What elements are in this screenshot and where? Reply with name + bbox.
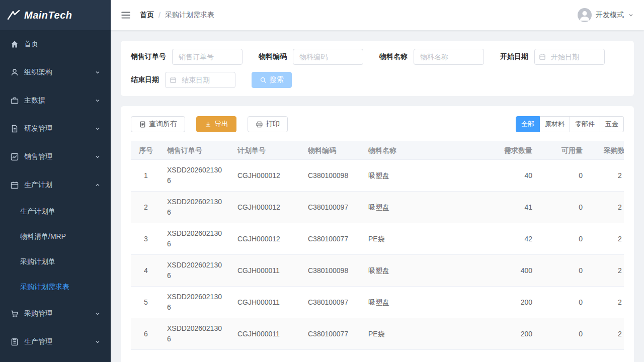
cell-plan-no: CGJH000012 bbox=[231, 160, 302, 192]
cell-material-code: C380100077 bbox=[302, 223, 362, 255]
sidebar-subitem-purchase-demand-table[interactable]: 采购计划需求表 bbox=[0, 275, 111, 300]
table-row[interactable]: 2 XSDD2026021306 CGJH000012 C380100097 吸… bbox=[131, 192, 624, 223]
cell-sales-order: XSDD2026021306 bbox=[161, 318, 231, 350]
cell-plan-no: CGJH000011 bbox=[231, 255, 302, 287]
table-toolbar: 查询所有 导出 打印 bbox=[131, 116, 624, 132]
query-all-label: 查询所有 bbox=[149, 120, 177, 129]
sidebar-item-master-data[interactable]: 主数据 bbox=[0, 86, 111, 115]
tab-parts[interactable]: 零部件 bbox=[570, 116, 600, 132]
cell-seq: 1 bbox=[131, 160, 161, 192]
field-material-code: 物料编码 bbox=[259, 49, 363, 65]
cell-purchase-qty: 2 bbox=[589, 318, 624, 350]
table-row[interactable]: 3 XSDD2026021306 CGJH000012 C380100077 P… bbox=[131, 223, 624, 255]
cell-available-qty: 0 bbox=[538, 192, 589, 223]
sidebar: MainTech 首页 组织架构 主数据 bbox=[0, 0, 111, 362]
material-code-label: 物料编码 bbox=[259, 52, 287, 61]
avatar-icon bbox=[578, 8, 592, 22]
calendar-icon bbox=[10, 180, 19, 190]
sales-order-input[interactable] bbox=[172, 49, 243, 65]
briefcase-icon bbox=[10, 96, 19, 105]
cell-sales-order: XSDD2026021306 bbox=[161, 160, 231, 192]
chevron-down-icon bbox=[95, 69, 101, 75]
sidebar-item-production-mgmt[interactable]: 生产管理 bbox=[0, 328, 111, 356]
cell-sales-order: XSDD2026021306 bbox=[161, 255, 231, 287]
sidebar-item-label: 组织架构 bbox=[24, 68, 52, 77]
cell-material-code: C380100098 bbox=[302, 255, 362, 287]
breadcrumb-home-link[interactable]: 首页 bbox=[140, 11, 154, 20]
query-all-button[interactable]: 查询所有 bbox=[131, 116, 185, 132]
sidebar-item-rnd[interactable]: 研发管理 bbox=[0, 115, 111, 143]
field-end-date: 结束日期 bbox=[131, 72, 235, 88]
search-button-label: 搜索 bbox=[270, 75, 284, 84]
table-body: 1 XSDD2026021306 CGJH000012 C380100098 吸… bbox=[131, 160, 624, 350]
chevron-down-icon bbox=[95, 98, 101, 104]
cart-icon bbox=[10, 309, 19, 318]
start-date-label: 开始日期 bbox=[500, 52, 528, 61]
top-header: 首页 / 采购计划需求表 开发模式 bbox=[111, 0, 644, 30]
start-date-input[interactable] bbox=[534, 49, 605, 65]
tab-hardware[interactable]: 五金 bbox=[600, 116, 624, 132]
cell-sales-order: XSDD2026021306 bbox=[161, 287, 231, 318]
sidebar-item-sales[interactable]: 销售管理 bbox=[0, 143, 111, 171]
column-header-demand-qty: 需求数量 bbox=[488, 141, 538, 160]
cell-available-qty: 0 bbox=[538, 287, 589, 318]
cell-available-qty: 0 bbox=[538, 318, 589, 350]
tab-raw-material[interactable]: 原材料 bbox=[540, 116, 570, 132]
export-button[interactable]: 导出 bbox=[196, 116, 236, 132]
cell-plan-no: CGJH000011 bbox=[231, 287, 302, 318]
sidebar-subitem-purchase-plan-order[interactable]: 采购计划单 bbox=[0, 249, 111, 275]
search-button[interactable]: 搜索 bbox=[252, 72, 292, 88]
sidebar-item-label: 首页 bbox=[24, 40, 38, 49]
cell-seq: 3 bbox=[131, 223, 161, 255]
sidebar-subitem-production-plan-order[interactable]: 生产计划单 bbox=[0, 199, 111, 224]
cell-sales-order: XSDD2026021306 bbox=[161, 192, 231, 223]
column-header-material-code: 物料编码 bbox=[302, 141, 362, 160]
data-table: 序号 销售订单号 计划单号 物料编码 物料名称 需求数量 可用量 采购数量 1 bbox=[131, 141, 624, 350]
chevron-down-icon bbox=[95, 154, 101, 160]
sidebar-item-purchasing[interactable]: 采购管理 bbox=[0, 300, 111, 328]
sidebar-subitem-label: 生产计划单 bbox=[20, 207, 55, 216]
cell-purchase-qty: 2 bbox=[589, 223, 624, 255]
hamburger-icon[interactable] bbox=[121, 10, 131, 20]
cell-material-name: PE袋 bbox=[362, 318, 488, 350]
sidebar-item-home[interactable]: 首页 bbox=[0, 30, 111, 58]
table-header-row: 序号 销售订单号 计划单号 物料编码 物料名称 需求数量 可用量 采购数量 bbox=[131, 141, 624, 160]
user-mode-label: 开发模式 bbox=[596, 11, 624, 20]
main-area: 首页 / 采购计划需求表 开发模式 销售订单号 物料编码 bbox=[111, 0, 644, 362]
cell-material-name: 吸塑盘 bbox=[362, 287, 488, 318]
cell-purchase-qty: 2 bbox=[589, 287, 624, 318]
table-row[interactable]: 4 XSDD2026021306 CGJH000011 C380100098 吸… bbox=[131, 255, 624, 287]
sidebar-subitem-bom-mrp[interactable]: 物料清单/MRP bbox=[0, 224, 111, 249]
table-row[interactable]: 5 XSDD2026021306 CGJH000011 C380100097 吸… bbox=[131, 287, 624, 318]
cell-material-name: PE袋 bbox=[362, 223, 488, 255]
material-code-input[interactable] bbox=[293, 49, 363, 65]
material-name-input[interactable] bbox=[414, 49, 484, 65]
breadcrumb-current: 采购计划需求表 bbox=[165, 11, 214, 20]
download-icon bbox=[204, 121, 212, 128]
sidebar-item-label: 销售管理 bbox=[24, 152, 52, 161]
table-row[interactable]: 6 XSDD2026021306 CGJH000011 C380100077 P… bbox=[131, 318, 624, 350]
end-date-input[interactable] bbox=[165, 72, 235, 88]
print-button[interactable]: 打印 bbox=[248, 116, 288, 132]
data-table-wrapper: 序号 销售订单号 计划单号 物料编码 物料名称 需求数量 可用量 采购数量 1 bbox=[131, 141, 624, 350]
sidebar-item-label: 生产计划 bbox=[24, 180, 52, 190]
sidebar-item-label: 研发管理 bbox=[24, 124, 52, 133]
cell-demand-qty: 200 bbox=[488, 287, 538, 318]
column-header-plan-no: 计划单号 bbox=[231, 141, 302, 160]
tab-all[interactable]: 全部 bbox=[516, 116, 540, 132]
export-label: 导出 bbox=[214, 120, 228, 129]
print-label: 打印 bbox=[266, 120, 280, 129]
cell-material-name: 吸塑盘 bbox=[362, 255, 488, 287]
field-start-date: 开始日期 bbox=[500, 49, 605, 65]
user-menu[interactable]: 开发模式 bbox=[578, 8, 634, 22]
table-row[interactable]: 1 XSDD2026021306 CGJH000012 C380100098 吸… bbox=[131, 160, 624, 192]
sidebar-item-organization[interactable]: 组织架构 bbox=[0, 58, 111, 86]
cell-demand-qty: 400 bbox=[488, 255, 538, 287]
cell-plan-no: CGJH000012 bbox=[231, 223, 302, 255]
cell-material-code: C380100097 bbox=[302, 287, 362, 318]
breadcrumb: 首页 / 采购计划需求表 bbox=[140, 11, 214, 20]
sales-order-label: 销售订单号 bbox=[131, 52, 166, 61]
sidebar-item-production-plan[interactable]: 生产计划 bbox=[0, 171, 111, 199]
search-icon bbox=[260, 76, 267, 84]
column-header-sales-order: 销售订单号 bbox=[161, 141, 231, 160]
